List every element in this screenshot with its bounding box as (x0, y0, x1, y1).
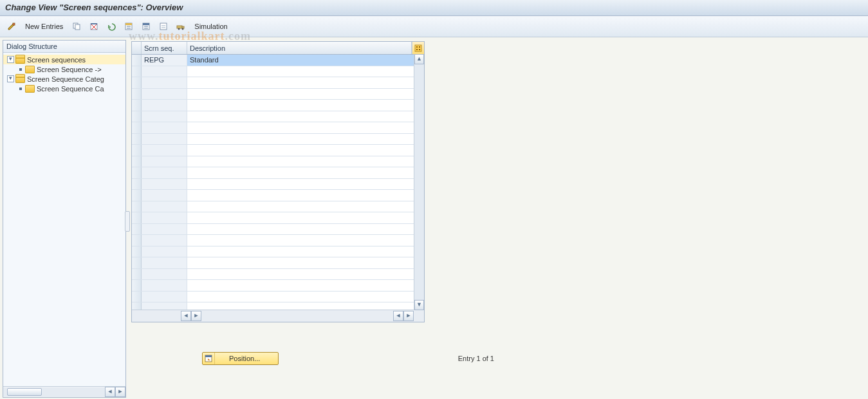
cell-scrnseq[interactable] (142, 235, 187, 246)
cell-scrnseq[interactable] (142, 292, 187, 302)
row-selector[interactable] (132, 100, 142, 111)
vscroll-down-icon[interactable]: ▼ (414, 300, 424, 310)
row-selector[interactable] (132, 111, 142, 122)
row-selector[interactable] (132, 302, 142, 310)
cell-scrnseq[interactable] (142, 100, 187, 111)
row-selector[interactable] (132, 280, 142, 291)
cell-description[interactable] (187, 66, 424, 77)
splitter[interactable] (126, 37, 130, 399)
cell-description[interactable] (187, 235, 424, 246)
row-selector[interactable] (132, 190, 142, 201)
deselect-all-icon[interactable] (156, 19, 171, 33)
new-entries-button[interactable]: New Entries (21, 21, 67, 32)
delete-icon[interactable] (86, 19, 102, 33)
cell-scrnseq[interactable] (142, 122, 187, 133)
tree-node[interactable]: Screen Sequence -> (3, 64, 125, 74)
tree-hscroll-left-icon[interactable]: ◄ (105, 387, 115, 397)
row-selector[interactable] (132, 167, 142, 178)
row-selector-header[interactable] (132, 42, 142, 54)
row-selector[interactable] (132, 246, 142, 257)
row-selector[interactable] (132, 269, 142, 280)
cell-scrnseq[interactable]: REPG (142, 55, 187, 66)
undo-icon[interactable] (104, 19, 119, 33)
tree-node[interactable]: ▾Screen Sequence Categ (3, 74, 125, 84)
toggle-change-icon[interactable] (4, 19, 19, 33)
select-all-icon[interactable] (121, 19, 136, 33)
row-selector[interactable] (132, 212, 142, 223)
cell-description[interactable] (187, 292, 424, 302)
cell-description[interactable] (187, 179, 424, 190)
cell-scrnseq[interactable] (142, 77, 187, 88)
cell-description[interactable] (187, 100, 424, 111)
dialog-structure-tree[interactable]: ▾Screen sequencesScreen Sequence -> ▾Scr… (3, 53, 125, 386)
cell-scrnseq[interactable] (142, 269, 187, 280)
cell-scrnseq[interactable] (142, 111, 187, 122)
cell-description[interactable]: Standard (187, 55, 424, 66)
cell-scrnseq[interactable] (142, 257, 187, 268)
cell-description[interactable] (187, 134, 424, 145)
row-selector[interactable] (132, 257, 142, 268)
cell-scrnseq[interactable] (142, 167, 187, 178)
row-selector[interactable] (132, 292, 142, 302)
cell-description[interactable] (187, 280, 424, 291)
cell-scrnseq[interactable] (142, 280, 187, 291)
row-selector[interactable] (132, 156, 142, 167)
cell-scrnseq[interactable] (142, 134, 187, 145)
select-block-icon[interactable] (138, 19, 154, 33)
row-selector[interactable] (132, 235, 142, 246)
cell-description[interactable] (187, 167, 424, 178)
row-selector[interactable] (132, 201, 142, 212)
column-header-description[interactable]: Description (187, 42, 412, 54)
row-selector[interactable] (132, 89, 142, 100)
row-selector[interactable] (132, 145, 142, 156)
cell-scrnseq[interactable] (142, 201, 187, 212)
cell-scrnseq[interactable] (142, 145, 187, 156)
transport-icon[interactable] (173, 19, 189, 33)
table-hscroll-right-icon[interactable]: ► (191, 311, 201, 321)
table-hscroll-left2-icon[interactable]: ◄ (393, 311, 403, 321)
row-selector[interactable] (132, 66, 142, 77)
tree-expander-icon[interactable]: ▾ (7, 56, 14, 63)
tree-node[interactable]: ▾Screen sequences (3, 55, 125, 64)
tree-node[interactable]: Screen Sequence Ca (3, 84, 125, 93)
simulation-button[interactable]: Simulation (190, 21, 231, 32)
cell-scrnseq[interactable] (142, 246, 187, 257)
row-selector[interactable] (132, 55, 142, 66)
cell-description[interactable] (187, 89, 424, 100)
cell-description[interactable] (187, 145, 424, 156)
cell-scrnseq[interactable] (142, 190, 187, 201)
cell-description[interactable] (187, 77, 424, 88)
cell-description[interactable] (187, 122, 424, 133)
table-vertical-scrollbar[interactable]: ▲ ▼ (414, 54, 424, 310)
column-header-scrnseq[interactable]: Scrn seq. (142, 42, 187, 54)
row-selector[interactable] (132, 77, 142, 88)
table-horizontal-scrollbar[interactable]: ◄ ► ◄ ► (132, 310, 424, 322)
cell-description[interactable] (187, 302, 424, 310)
cell-description[interactable] (187, 212, 424, 223)
cell-description[interactable] (187, 224, 424, 235)
table-settings-icon[interactable] (412, 42, 424, 54)
cell-scrnseq[interactable] (142, 156, 187, 167)
table-hscroll-left-icon[interactable]: ◄ (181, 311, 191, 321)
cell-scrnseq[interactable] (142, 212, 187, 223)
tree-hscroll-right-icon[interactable]: ► (115, 387, 125, 397)
row-selector[interactable] (132, 224, 142, 235)
cell-description[interactable] (187, 246, 424, 257)
row-selector[interactable] (132, 134, 142, 145)
vscroll-up-icon[interactable]: ▲ (414, 54, 424, 64)
cell-scrnseq[interactable] (142, 224, 187, 235)
splitter-grip[interactable] (125, 211, 130, 232)
cell-description[interactable] (187, 190, 424, 201)
table-hscroll-right2-icon[interactable]: ► (403, 311, 414, 321)
tree-horizontal-scrollbar[interactable]: ◄ ► (3, 386, 125, 397)
cell-scrnseq[interactable] (142, 89, 187, 100)
cell-description[interactable] (187, 201, 424, 212)
position-button[interactable]: Position... (202, 352, 279, 365)
cell-description[interactable] (187, 156, 424, 167)
row-selector[interactable] (132, 179, 142, 190)
cell-scrnseq[interactable] (142, 302, 187, 310)
tree-expander-icon[interactable]: ▾ (7, 75, 14, 82)
cell-scrnseq[interactable] (142, 66, 187, 77)
tree-hscroll-thumb[interactable] (7, 388, 42, 396)
cell-description[interactable] (187, 269, 424, 280)
